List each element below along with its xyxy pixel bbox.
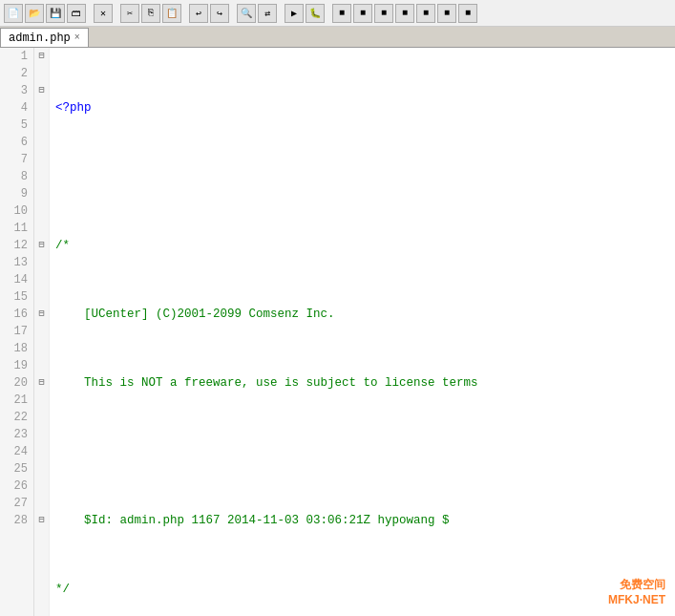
code-line-2 — [55, 168, 675, 185]
tb-run[interactable]: ▶ — [285, 4, 304, 23]
tab-close-button[interactable]: × — [74, 32, 80, 43]
code-line-8: */ — [55, 581, 675, 598]
tb-b6[interactable]: ■ — [437, 4, 456, 23]
fold-14 — [34, 271, 49, 288]
tb-save[interactable]: 💾 — [46, 4, 65, 23]
tb-find[interactable]: 🔍 — [237, 4, 256, 23]
tb-debug[interactable]: 🐛 — [306, 4, 325, 23]
tb-b3[interactable]: ■ — [374, 4, 393, 23]
ln-27: 27 — [0, 495, 33, 512]
ln-2: 2 — [0, 65, 33, 82]
ln-13: 13 — [0, 254, 33, 271]
ln-10: 10 — [0, 202, 33, 220]
ln-28: 28 — [0, 512, 33, 529]
ln-21: 21 — [0, 392, 33, 409]
file-tab[interactable]: admin.php × — [0, 28, 89, 47]
fold-18 — [34, 340, 49, 357]
fold-9 — [34, 185, 49, 202]
fold-21 — [34, 392, 49, 409]
tb-b5[interactable]: ■ — [416, 4, 435, 23]
code-line-5: This is NOT a freeware, use is subject t… — [55, 374, 675, 392]
tb-close[interactable]: ✕ — [94, 4, 113, 23]
fold-11 — [34, 220, 49, 237]
fold-6 — [34, 134, 49, 151]
ln-9: 9 — [0, 185, 33, 202]
tabbar: admin.php × — [0, 27, 675, 48]
fold-13 — [34, 254, 49, 271]
tb-new[interactable]: 📄 — [4, 4, 23, 23]
code-line-4: [UCenter] (C)2001-2099 Comsenz Inc. — [55, 306, 675, 323]
tb-copy[interactable]: ⎘ — [141, 4, 160, 23]
fold-24 — [34, 443, 49, 460]
code-container: 1 2 3 4 5 6 7 8 9 10 11 12 13 14 15 16 1… — [0, 48, 675, 616]
tb-b1[interactable]: ■ — [332, 4, 351, 23]
code-line-7: $Id: admin.php 1167 2014-11-03 03:06:21Z… — [55, 512, 675, 529]
tb-open[interactable]: 📂 — [25, 4, 44, 23]
fold-column: ⊟ ⊟ ⊟ ⊟ ⊟ ⊟ — [34, 48, 50, 616]
ln-23: 23 — [0, 426, 33, 443]
ln-20: 20 — [0, 374, 33, 392]
ln-17: 17 — [0, 323, 33, 340]
ln-1: 1 — [0, 48, 33, 65]
ln-24: 24 — [0, 443, 33, 460]
ln-25: 25 — [0, 460, 33, 478]
tab-label: admin.php — [9, 32, 71, 45]
ln-8: 8 — [0, 168, 33, 185]
fold-26 — [34, 478, 49, 495]
ln-15: 15 — [0, 288, 33, 306]
tb-b2[interactable]: ■ — [353, 4, 372, 23]
code-line-1: <?php — [55, 99, 675, 117]
tb-cut[interactable]: ✂ — [120, 4, 139, 23]
fold-3[interactable]: ⊟ — [34, 82, 49, 99]
ln-11: 11 — [0, 220, 33, 237]
ln-14: 14 — [0, 271, 33, 288]
fold-22 — [34, 409, 49, 426]
ln-5: 5 — [0, 117, 33, 134]
ln-22: 22 — [0, 409, 33, 426]
code-area[interactable]: <?php /* [UCenter] (C)2001-2099 Comsenz … — [50, 48, 675, 616]
fold-2 — [34, 65, 49, 82]
fold-25 — [34, 460, 49, 478]
tb-paste[interactable]: 📋 — [162, 4, 181, 23]
line-numbers: 1 2 3 4 5 6 7 8 9 10 11 12 13 14 15 16 1… — [0, 48, 34, 616]
ln-4: 4 — [0, 99, 33, 117]
fold-28[interactable]: ⊟ — [34, 512, 49, 529]
fold-5 — [34, 117, 49, 134]
ln-16: 16 — [0, 306, 33, 323]
fold-27 — [34, 495, 49, 512]
tb-b4[interactable]: ■ — [395, 4, 414, 23]
fold-19 — [34, 357, 49, 374]
fold-17 — [34, 323, 49, 340]
code-line-3: /* — [55, 237, 675, 254]
fold-1[interactable]: ⊟ — [34, 48, 49, 65]
ln-6: 6 — [0, 134, 33, 151]
ln-7: 7 — [0, 151, 33, 168]
fold-7 — [34, 151, 49, 168]
tb-saveall[interactable]: 🗃 — [67, 4, 86, 23]
fold-12[interactable]: ⊟ — [34, 237, 49, 254]
tb-redo[interactable]: ↪ — [210, 4, 229, 23]
fold-16[interactable]: ⊟ — [34, 306, 49, 323]
code-line-6 — [55, 443, 675, 460]
fold-4 — [34, 99, 49, 117]
tb-undo[interactable]: ↩ — [189, 4, 208, 23]
tb-b7[interactable]: ■ — [458, 4, 477, 23]
ln-18: 18 — [0, 340, 33, 357]
ln-26: 26 — [0, 478, 33, 495]
fold-20[interactable]: ⊟ — [34, 374, 49, 392]
fold-10 — [34, 202, 49, 220]
toolbar: 📄 📂 💾 🗃 ✕ ✂ ⎘ 📋 ↩ ↪ 🔍 ⇄ ▶ 🐛 ■ ■ ■ ■ ■ ■ … — [0, 0, 675, 27]
fold-23 — [34, 426, 49, 443]
fold-15 — [34, 288, 49, 306]
fold-8 — [34, 168, 49, 185]
ln-12: 12 — [0, 237, 33, 254]
ln-3: 3 — [0, 82, 33, 99]
tb-replace[interactable]: ⇄ — [258, 4, 277, 23]
ln-19: 19 — [0, 357, 33, 374]
